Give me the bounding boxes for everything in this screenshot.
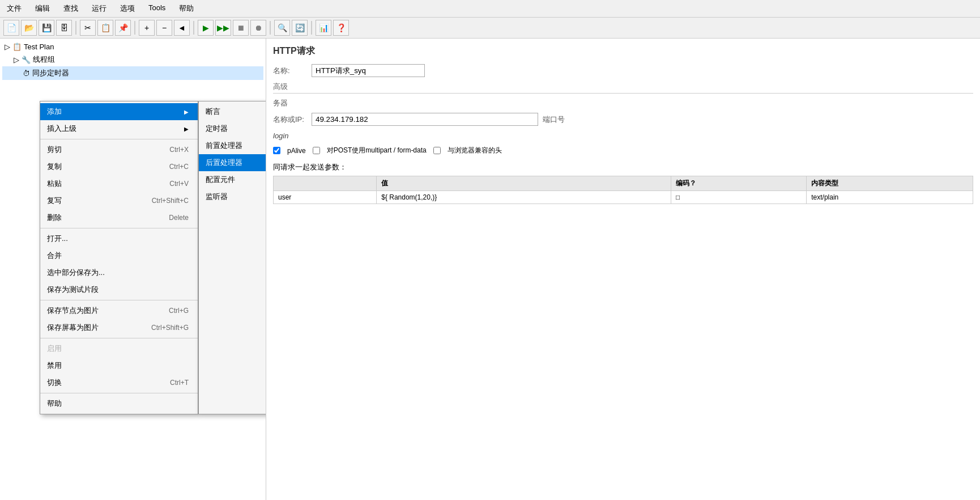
params-title: 同请求一起发送参数： xyxy=(273,162,973,172)
tree-item-thread-group[interactable]: ▷ 🔧 线程组 xyxy=(2,53,263,66)
param-value-cell[interactable]: ${ Random(1,20,)} xyxy=(377,191,671,204)
cut-button[interactable]: ✂ xyxy=(80,20,96,36)
toolbar-sep-3 xyxy=(193,21,194,35)
search-button[interactable]: 🔍 xyxy=(274,20,290,36)
help-toolbar-button[interactable]: ❓ xyxy=(333,20,349,36)
submenu-add-preprocessor[interactable]: 前置处理器 ▶ xyxy=(199,137,266,154)
submenu-assertion-label: 断言 xyxy=(206,107,220,117)
context-menu-overlay: 添加 ▶ 插入上级 ▶ 剪切 Ctrl+X 复制 Ctrl+C 粘贴 xyxy=(40,101,266,414)
col-value: 值 xyxy=(377,176,671,191)
server-label: 务器 xyxy=(273,98,307,108)
remove-button[interactable]: − xyxy=(156,20,172,36)
keepalive-checkbox[interactable] xyxy=(273,147,280,154)
menu-delete-shortcut: Delete xyxy=(169,214,189,222)
param-content-type-cell[interactable]: text/plain xyxy=(807,191,973,204)
menu-enable: 启用 xyxy=(40,340,198,357)
toolbar-sep-2 xyxy=(134,21,135,35)
menu-save-node-shortcut: Ctrl+G xyxy=(169,307,189,315)
menu-open[interactable]: 打开... xyxy=(40,230,198,247)
save-button[interactable]: 💾 xyxy=(39,20,54,36)
menu-insert-parent-arrow: ▶ xyxy=(184,126,189,132)
menu-duplicate-label: 复写 xyxy=(47,196,62,206)
paste-button[interactable]: 📌 xyxy=(115,20,131,36)
port-label: 端口号 xyxy=(543,115,577,125)
multipart-label: 对POST使用multipart / form-data xyxy=(327,146,427,155)
menu-open-label: 打开... xyxy=(47,234,68,244)
open-button[interactable]: 📂 xyxy=(21,20,37,36)
menu-toggle[interactable]: 切换 Ctrl+T xyxy=(40,374,198,391)
menu-paste-shortcut: Ctrl+V xyxy=(169,180,189,188)
menu-save-node-img-label: 保存节点为图片 xyxy=(47,306,99,316)
menu-save-screen-img[interactable]: 保存屏幕为图片 Ctrl+Shift+G xyxy=(40,319,198,336)
menu-add-arrow: ▶ xyxy=(184,109,189,115)
menu-add-label: 添加 xyxy=(47,107,62,117)
panel-title: HTTP请求 xyxy=(273,45,973,57)
tree-item-testplan[interactable]: ▷ 📋 Test Plan xyxy=(2,41,263,53)
menu-delete[interactable]: 删除 Delete xyxy=(40,209,198,226)
tree-panel: ▷ 📋 Test Plan ▷ 🔧 线程组 ⏱ 同步定时器 添加 ▶ 插入上级 xyxy=(0,39,266,500)
reset-button[interactable]: 🔄 xyxy=(292,20,308,36)
col-content-type: 内容类型 xyxy=(807,176,973,191)
submenu-add-assertion[interactable]: 断言 ▶ xyxy=(199,103,266,120)
menu-file[interactable]: 文件 xyxy=(5,2,24,15)
advanced-tab[interactable]: 高级 xyxy=(273,82,973,94)
menu-save-screen-shortcut: Ctrl+Shift+G xyxy=(151,324,189,332)
back-button[interactable]: ◄ xyxy=(174,20,190,36)
ip-input[interactable] xyxy=(312,113,538,126)
param-name-cell[interactable]: user xyxy=(274,191,377,204)
menu-save-node-img[interactable]: 保存节点为图片 Ctrl+G xyxy=(40,302,198,319)
toolbar-sep-5 xyxy=(311,21,312,35)
ip-field-row: 名称或IP: 端口号 xyxy=(273,113,973,126)
submenu-timer-label: 定时器 xyxy=(206,124,228,134)
params-table: 值 编码？ 内容类型 user ${ Random(1,20,)} □ text… xyxy=(273,176,973,204)
save-as-button[interactable]: 🗄 xyxy=(56,20,72,36)
sep-3 xyxy=(40,300,198,300)
toolbar-sep-1 xyxy=(75,21,76,35)
menu-copy[interactable]: 复制 Ctrl+C xyxy=(40,158,198,175)
menu-run[interactable]: 运行 xyxy=(90,2,109,15)
start-no-pause-button[interactable]: ▶▶ xyxy=(215,20,231,36)
new-button[interactable]: 📄 xyxy=(3,20,19,36)
menu-enable-label: 启用 xyxy=(47,344,62,354)
param-encode-cell[interactable]: □ xyxy=(671,191,806,204)
submenu-config-label: 配置元件 xyxy=(206,175,235,185)
browser-compat-checkbox[interactable] xyxy=(433,147,441,154)
menu-add[interactable]: 添加 ▶ xyxy=(40,103,198,120)
sep-2 xyxy=(40,228,198,228)
menu-insert-parent[interactable]: 插入上级 ▶ xyxy=(40,120,198,137)
name-input[interactable] xyxy=(312,64,425,77)
submenu-add-config[interactable]: 配置元件 ▶ xyxy=(199,171,266,188)
menu-help[interactable]: 帮助 xyxy=(40,395,198,412)
start-button[interactable]: ▶ xyxy=(198,20,214,36)
add-button[interactable]: + xyxy=(139,20,155,36)
menu-cut-shortcut: Ctrl+X xyxy=(169,146,189,154)
menu-help[interactable]: 帮助 xyxy=(177,2,196,15)
table-row: user ${ Random(1,20,)} □ text/plain xyxy=(274,191,973,204)
menu-save-fragment[interactable]: 保存为测试片段 xyxy=(40,281,198,298)
menu-save-selected[interactable]: 选中部分保存为... xyxy=(40,264,198,281)
menu-merge[interactable]: 合并 xyxy=(40,247,198,264)
menu-duplicate[interactable]: 复写 Ctrl+Shift+C xyxy=(40,192,198,209)
shutdown-button[interactable]: ⏺ xyxy=(250,20,266,36)
menu-delete-label: 删除 xyxy=(47,213,62,223)
submenu-add-timer[interactable]: 定时器 ▶ xyxy=(199,120,266,137)
toolbar: 📄 📂 💾 🗄 ✂ 📋 📌 + − ◄ ▶ ▶▶ ⏹ ⏺ 🔍 🔄 📊 ❓ xyxy=(0,18,980,39)
menu-paste[interactable]: 粘贴 Ctrl+V xyxy=(40,175,198,192)
menu-disable[interactable]: 禁用 xyxy=(40,357,198,374)
copy-button[interactable]: 📋 xyxy=(97,20,113,36)
checkbox-row: pAlive 对POST使用multipart / form-data 与浏览器… xyxy=(273,146,973,155)
tree-item-sync-timer[interactable]: ⏱ 同步定时器 xyxy=(2,66,263,80)
submenu-add-postprocessor[interactable]: 后置处理器 ▶ xyxy=(199,154,266,171)
multipart-checkbox[interactable] xyxy=(313,147,320,154)
menu-find[interactable]: 查找 xyxy=(61,2,80,15)
clear-button[interactable]: 📊 xyxy=(316,20,331,36)
name-field-row: 名称: xyxy=(273,64,973,77)
stop-button[interactable]: ⏹ xyxy=(233,20,249,36)
menu-cut[interactable]: 剪切 Ctrl+X xyxy=(40,141,198,158)
menu-edit[interactable]: 编辑 xyxy=(33,2,52,15)
menu-save-selected-label: 选中部分保存为... xyxy=(47,268,105,278)
menu-tools[interactable]: Tools xyxy=(146,2,168,15)
submenu-add-listener[interactable]: 监听器 ▶ xyxy=(199,188,266,205)
browser-compat-label: 与浏览器兼容的头 xyxy=(448,146,502,155)
menu-options[interactable]: 选项 xyxy=(118,2,137,15)
